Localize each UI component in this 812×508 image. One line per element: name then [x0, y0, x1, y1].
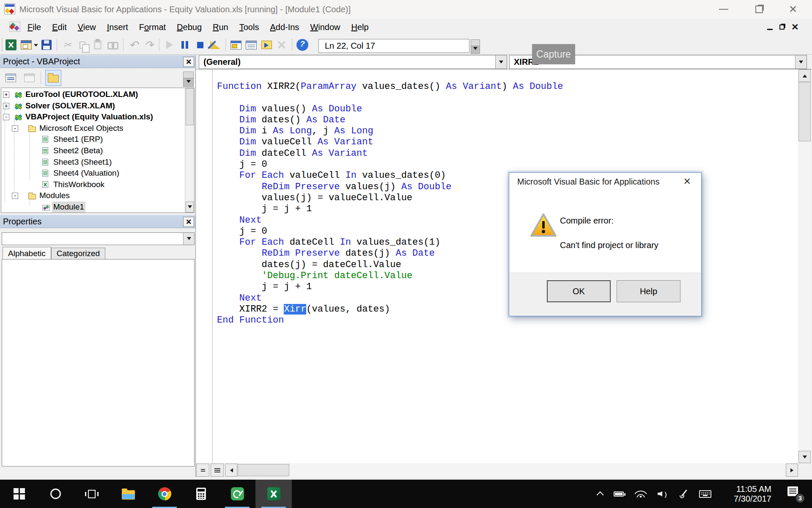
properties-object-selector[interactable]	[2, 232, 195, 245]
tray-volume-button[interactable]	[658, 490, 668, 498]
break-icon[interactable]	[177, 37, 192, 52]
tree-item-eurotool-eurotool-xlam[interactable]: +EuroTool (EUROTOOL.XLAM)	[1, 89, 184, 100]
menu-add-ins[interactable]: Add-Ins	[264, 19, 304, 36]
save-icon[interactable]	[39, 37, 54, 52]
expand-icon[interactable]: +	[3, 91, 9, 98]
properties-panel-close-icon[interactable]	[183, 217, 194, 227]
scroll-down-icon[interactable]	[798, 451, 811, 463]
toolbox-icon[interactable]	[274, 37, 289, 52]
find-icon[interactable]	[105, 37, 121, 52]
dropdown-arrow-icon[interactable]	[795, 55, 807, 69]
taskbar-chrome-button[interactable]	[146, 480, 183, 508]
taskbar-start-button[interactable]	[1, 480, 37, 508]
reset-icon[interactable]	[192, 37, 208, 52]
collapse-icon[interactable]: -	[3, 114, 9, 120]
taskbar-file-explorer-button[interactable]	[110, 480, 146, 508]
scrollbar-thumb[interactable]	[798, 82, 811, 141]
dropdown-arrow-icon[interactable]	[495, 55, 507, 69]
redo-icon[interactable]	[141, 37, 156, 52]
menu-tools[interactable]: Tools	[234, 19, 265, 36]
tree-item-module1[interactable]: Module1	[1, 202, 184, 213]
properties-list[interactable]	[2, 259, 195, 467]
view-microsoft-excel-icon[interactable]	[3, 37, 19, 52]
tray-chevron-up-button[interactable]	[598, 490, 603, 497]
undo-icon[interactable]	[126, 37, 141, 52]
cut-icon[interactable]	[60, 37, 75, 52]
tray-pen-button[interactable]	[679, 489, 688, 498]
object-dropdown[interactable]: (General)	[199, 55, 507, 69]
menu-insert[interactable]: Insert	[102, 19, 134, 36]
menu-run[interactable]: Run	[207, 19, 234, 36]
toolbar-overflow-scrollbar[interactable]	[471, 39, 480, 54]
project-panel-mini-scrollbar[interactable]	[183, 72, 194, 87]
scrollbar-thumb[interactable]	[186, 88, 194, 125]
code-vertical-scrollbar[interactable]	[798, 69, 811, 463]
run-icon[interactable]	[162, 37, 177, 52]
object-browser-icon[interactable]	[259, 37, 274, 52]
paste-icon[interactable]	[90, 37, 105, 52]
tray-keyboard-button[interactable]	[699, 490, 711, 498]
view-object-icon[interactable]	[21, 70, 37, 86]
window-minimize-icon[interactable]	[714, 0, 733, 19]
project-explorer-icon[interactable]	[228, 37, 244, 52]
properties-window-icon[interactable]	[244, 37, 259, 52]
help-button[interactable]: Help	[617, 280, 680, 302]
tab-categorized[interactable]: Categorized	[51, 248, 105, 260]
taskbar-excel-button[interactable]	[255, 480, 292, 508]
insert-dropdown-caret-icon[interactable]	[34, 37, 39, 52]
child-minimize-icon[interactable]	[767, 29, 773, 30]
scrollbar-thumb[interactable]	[238, 464, 289, 476]
tray-wifi-button[interactable]	[635, 490, 647, 497]
project-panel-close-icon[interactable]	[183, 57, 194, 67]
menu-file[interactable]: File	[22, 19, 47, 36]
dialog-close-icon[interactable]: ✕	[683, 176, 691, 187]
scroll-down-icon[interactable]	[186, 202, 194, 213]
project-tree-scrollbar[interactable]	[185, 88, 194, 213]
scroll-up-icon[interactable]	[798, 69, 811, 82]
expand-icon[interactable]: +	[3, 103, 9, 109]
taskbar-screen-sketch-button[interactable]	[219, 480, 255, 508]
scroll-right-icon[interactable]	[786, 464, 798, 477]
procedure-view-button[interactable]	[196, 464, 209, 477]
tray-battery-button[interactable]	[614, 491, 624, 497]
insert-userform-icon[interactable]	[19, 37, 34, 52]
action-center-button[interactable]: 3	[787, 485, 804, 502]
tree-item-sheet2-beta[interactable]: Sheet2 (Beta)	[1, 145, 184, 157]
tree-item-modules[interactable]: -Modules	[1, 190, 184, 202]
design-mode-icon[interactable]	[208, 37, 223, 52]
menu-help[interactable]: Help	[346, 19, 374, 36]
code-editor[interactable]: Function XIRR2(ParamArray values_dates()…	[196, 69, 798, 463]
menu-format[interactable]: Format	[134, 19, 171, 36]
help-icon[interactable]	[295, 37, 310, 52]
tree-item-solver-solver-xlam[interactable]: +Solver (SOLVER.XLAM)	[1, 100, 184, 112]
menu-view[interactable]: View	[72, 19, 102, 36]
tree-item-sheet1-erp[interactable]: Sheet1 (ERP)	[1, 134, 184, 145]
menu-edit[interactable]: Edit	[47, 19, 72, 36]
menu-debug[interactable]: Debug	[171, 19, 207, 36]
tree-item-microsoft-excel-objects[interactable]: -Microsoft Excel Objects	[1, 123, 184, 134]
tab-alphabetic[interactable]: Alphabetic	[3, 247, 51, 260]
window-restore-icon[interactable]	[749, 0, 769, 19]
scroll-left-icon[interactable]	[225, 464, 237, 477]
tree-item-thisworkbook[interactable]: ThisWorkbook	[1, 179, 184, 190]
taskbar-clock[interactable]: 11:05 AM 7/30/2017	[734, 480, 771, 508]
copy-icon[interactable]	[75, 37, 90, 52]
taskbar-calculator-button[interactable]	[183, 480, 219, 508]
ok-button[interactable]: OK	[547, 280, 611, 302]
tree-item-sheet4-valuation[interactable]: Sheet4 (Valuation)	[1, 168, 184, 179]
child-restore-icon[interactable]	[779, 25, 785, 30]
collapse-icon[interactable]: -	[12, 125, 18, 132]
full-module-view-button[interactable]	[211, 464, 224, 477]
module-icon[interactable]	[9, 22, 20, 32]
toggle-folders-icon[interactable]	[45, 70, 61, 86]
child-close-icon[interactable]: ✕	[791, 23, 799, 31]
window-close-icon[interactable]	[783, 0, 803, 19]
dropdown-arrow-icon[interactable]	[183, 233, 194, 245]
menu-window[interactable]: Window	[304, 19, 346, 36]
view-code-icon[interactable]	[3, 70, 19, 86]
tree-item-sheet3-sheet1[interactable]: Sheet3 (Sheet1)	[1, 157, 184, 168]
collapse-icon[interactable]: -	[12, 193, 18, 199]
taskbar-task-view-button[interactable]	[74, 480, 110, 508]
tree-item-vbaproject-equity-valuation-xls[interactable]: -VBAProject (Equity Valuation.xls)	[1, 111, 184, 123]
code-horizontal-scrollbar[interactable]	[196, 463, 798, 477]
